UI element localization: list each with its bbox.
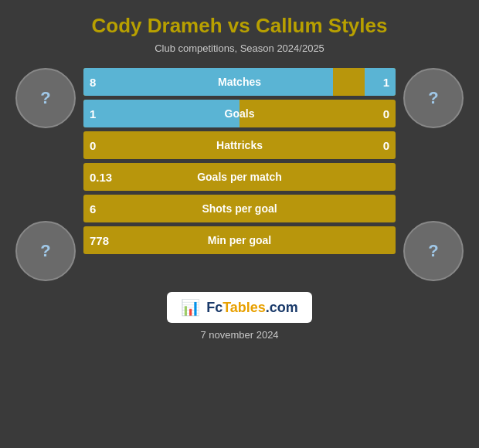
compare-section: ? ? 8Matches11Goals00Hattricks00.13Goals… [15,68,464,281]
stat-right-value: 0 [383,107,389,120]
page: Cody Drameh vs Callum Styles Club compet… [0,0,479,448]
stat-left-value: 6 [90,202,96,216]
date-text: 7 november 2024 [200,329,278,341]
left-avatar-bottom: ? [15,221,76,281]
logo-text: FcTables.com [206,300,298,316]
stat-left-value: 0 [90,139,96,152]
stat-row: 8Matches1 [83,68,396,96]
left-avatar-top: ? [15,68,76,128]
stat-left-value: 1 [90,107,96,120]
stat-right-value: 1 [383,76,389,89]
stat-row: 0.13Goals per match [83,163,396,191]
stat-label: Matches [218,76,261,88]
stat-row: 0Hattricks0 [83,131,396,159]
page-subtitle: Club competitions, Season 2024/2025 [155,42,324,54]
logo-section: 📊 FcTables.com 7 november 2024 [167,292,312,341]
page-title: Cody Drameh vs Callum Styles [92,14,388,38]
right-avatar-top: ? [403,68,464,128]
right-avatar-bottom: ? [403,221,464,281]
stat-label: Goals per match [197,171,282,183]
stat-row: 6Shots per goal [83,195,396,222]
stat-left-value: 0.13 [90,171,112,184]
right-avatar-question-icon-2: ? [428,241,438,261]
stat-label: Hattricks [216,139,263,151]
right-avatar-question-icon: ? [428,88,438,108]
stat-label: Goals [225,107,255,120]
stats-column: 8Matches11Goals00Hattricks00.13Goals per… [76,68,403,254]
left-avatar-question-icon: ? [40,88,50,108]
stat-label: Min per goal [208,234,271,246]
stat-right-value: 0 [383,139,389,152]
right-player-col: ? ? [403,68,464,281]
stat-row: 1Goals0 [83,100,396,127]
left-player-col: ? ? [15,68,76,281]
stat-left-value: 778 [90,234,109,247]
logo-box: 📊 FcTables.com [167,292,312,323]
left-avatar-question-icon-2: ? [40,241,50,261]
stat-left-value: 8 [90,76,96,89]
stat-row: 778Min per goal [83,226,396,254]
logo-icon: 📊 [181,298,200,317]
stat-label: Shots per goal [202,202,277,215]
